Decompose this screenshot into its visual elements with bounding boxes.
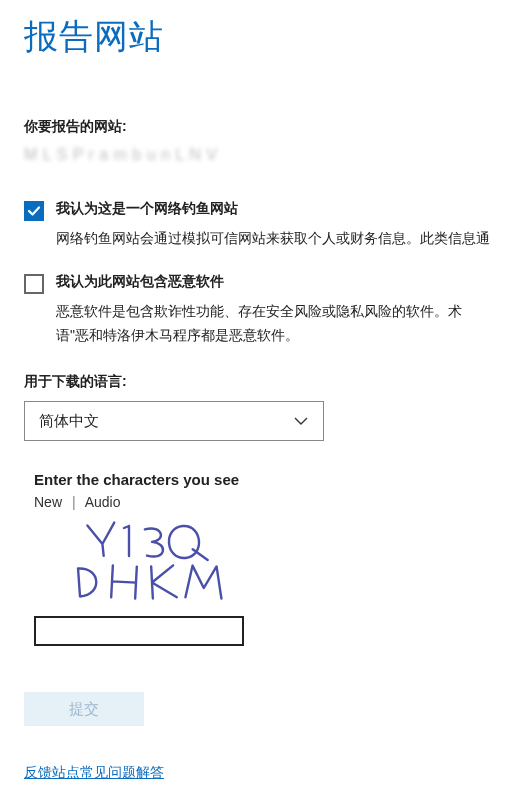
url-section-label: 你要报告的网站: [24, 118, 494, 136]
captcha-new-link[interactable]: New [34, 494, 62, 510]
language-label: 用于下载的语言: [24, 373, 494, 391]
captcha-audio-link[interactable]: Audio [85, 494, 121, 510]
phishing-description: 网络钓鱼网站会通过模拟可信网站来获取个人或财务信息。此类信息通 [56, 227, 494, 251]
captcha-title: Enter the characters you see [34, 471, 494, 488]
reported-url: M L S P r a m b u n L N V [24, 146, 494, 164]
captcha-input[interactable] [34, 616, 244, 646]
captcha-section: Enter the characters you see New | Audio [34, 471, 494, 646]
chevron-down-icon [293, 413, 309, 429]
malware-checkbox-row: 我认为此网站包含恶意软件 [24, 273, 494, 294]
language-selected: 简体中文 [39, 412, 99, 431]
page-title: 报告网站 [24, 14, 494, 60]
submit-button[interactable]: 提交 [24, 692, 144, 726]
malware-checkbox[interactable] [24, 274, 44, 294]
captcha-image [34, 516, 244, 602]
report-page: 报告网站 你要报告的网站: M L S P r a m b u n L N V … [0, 0, 518, 782]
phishing-checkbox-row: 我认为这是一个网络钓鱼网站 [24, 200, 494, 221]
captcha-controls: New | Audio [34, 494, 494, 510]
malware-label: 我认为此网站包含恶意软件 [56, 273, 224, 291]
phishing-label: 我认为这是一个网络钓鱼网站 [56, 200, 238, 218]
check-icon [27, 204, 41, 218]
language-dropdown[interactable]: 简体中文 [24, 401, 324, 441]
separator: | [72, 494, 76, 510]
faq-link[interactable]: 反馈站点常见问题解答 [24, 764, 164, 782]
phishing-checkbox[interactable] [24, 201, 44, 221]
malware-description: 恶意软件是包含欺诈性功能、存在安全风险或隐私风险的软件。术语"恶和特洛伊木马程序… [56, 300, 494, 348]
